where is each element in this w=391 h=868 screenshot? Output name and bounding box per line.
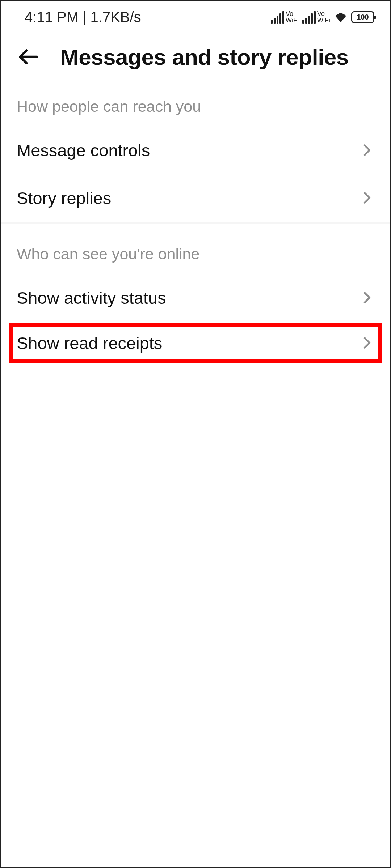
title-bar: Messages and story replies [1, 33, 390, 80]
row-label: Message controls [17, 140, 150, 160]
row-story-replies[interactable]: Story replies [1, 174, 390, 222]
back-button[interactable] [15, 43, 42, 70]
row-label: Show activity status [17, 288, 166, 308]
wifi-icon [334, 12, 348, 22]
row-message-controls[interactable]: Message controls [1, 126, 390, 174]
battery-indicator: 100 [351, 11, 374, 23]
page-title: Messages and story replies [60, 44, 349, 70]
section-header-reach: How people can reach you [1, 80, 390, 126]
section-header-online: Who can see you're online [1, 224, 390, 274]
row-show-read-receipts[interactable]: Show read receipts [7, 322, 384, 364]
row-label: Show read receipts [17, 333, 162, 353]
status-bar: 4:11 PM | 1.7KB/s Vo WiFi Vo WiFi 100 [1, 1, 390, 33]
chevron-right-icon [360, 191, 374, 205]
status-indicators: Vo WiFi Vo WiFi 100 [271, 10, 374, 24]
signal-indicator-2: Vo WiFi [302, 10, 330, 24]
vowifi-label-2: Vo WiFi [317, 10, 330, 24]
status-time: 4:11 PM | 1.7KB/s [25, 9, 141, 25]
row-label: Story replies [17, 188, 111, 208]
chevron-right-icon [360, 290, 374, 305]
chevron-right-icon [360, 143, 374, 157]
arrow-left-icon [16, 44, 41, 69]
battery-level: 100 [357, 13, 369, 21]
signal-indicator-1: Vo WiFi [271, 10, 299, 24]
chevron-right-icon [360, 336, 374, 350]
row-show-activity-status[interactable]: Show activity status [1, 274, 390, 322]
vowifi-label-1: Vo WiFi [286, 10, 299, 24]
